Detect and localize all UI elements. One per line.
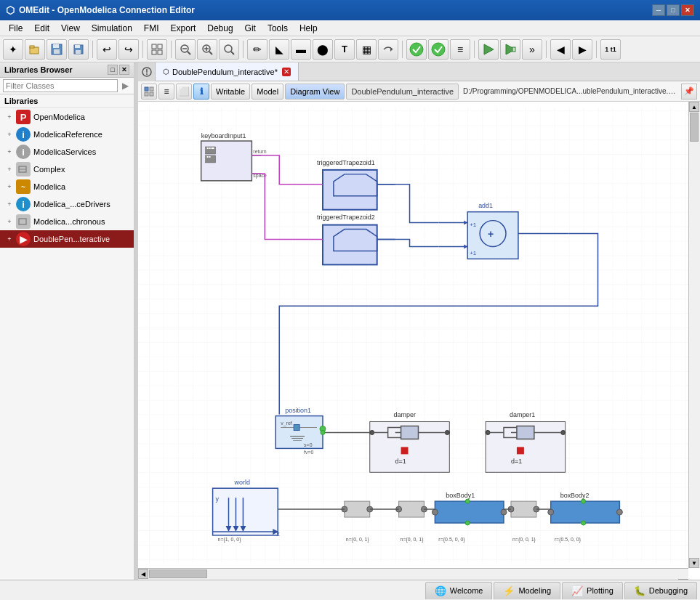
menu-debug[interactable]: Debug xyxy=(201,22,238,35)
svg-text:d=1: d=1 xyxy=(395,458,406,465)
tt-button[interactable]: 1 t1 xyxy=(600,39,621,60)
svg-rect-34 xyxy=(150,87,153,91)
svg-text:+: + xyxy=(488,228,494,240)
svg-rect-42 xyxy=(209,147,211,149)
text-button[interactable]: T xyxy=(334,39,355,60)
svg-rect-29 xyxy=(19,219,26,224)
content-area: ⬡ DoublePendulum_interactive* ✕ ≡ ⬜ ℹ Wr… xyxy=(138,62,700,580)
info-icon-button[interactable]: ℹ xyxy=(193,84,209,100)
expand-icon: + xyxy=(4,129,15,139)
expand-icon-button[interactable]: ⬜ xyxy=(176,84,192,100)
svg-text:add1: add1 xyxy=(478,202,493,209)
grid-button[interactable] xyxy=(147,39,167,60)
minimize-button[interactable]: ─ xyxy=(652,4,665,16)
save-all-button[interactable] xyxy=(68,39,89,60)
list-button[interactable]: ≡ xyxy=(450,39,470,60)
menu-help[interactable]: Help xyxy=(294,22,323,35)
status-tab-plotting[interactable]: 📈 Plotting xyxy=(562,582,623,599)
status-tab-debugging[interactable]: 🐛 Debugging xyxy=(624,582,697,599)
draw-button[interactable]: ✏ xyxy=(247,39,267,60)
menu-edit[interactable]: Edit xyxy=(28,22,55,35)
tree-item-doublependulum[interactable]: + ▶ DoublePen...teractive xyxy=(0,230,134,248)
ellipse-button[interactable]: ⬤ xyxy=(313,39,333,60)
path-pin-button[interactable]: 📌 xyxy=(681,84,697,100)
tab-close-button[interactable]: ✕ xyxy=(282,68,291,76)
more-button[interactable]: » xyxy=(522,39,542,60)
menu-file[interactable]: File xyxy=(3,22,28,35)
vertical-scrollbar[interactable]: ▲ ▼ xyxy=(688,102,700,568)
svg-rect-106 xyxy=(213,488,278,535)
shape-button[interactable]: ◣ xyxy=(269,39,289,60)
svg-point-127 xyxy=(548,509,554,515)
check-model-button[interactable] xyxy=(428,39,448,60)
redo-button[interactable]: ↪ xyxy=(118,39,139,60)
nav-icon-button[interactable] xyxy=(141,84,157,100)
svg-rect-3 xyxy=(53,44,59,48)
sep6 xyxy=(474,41,475,58)
connect-button[interactable] xyxy=(378,39,398,60)
lib-label-modelicaservices: ModelicaServices xyxy=(33,147,96,156)
lib-icon-om: P xyxy=(16,110,31,124)
lib-icon-ref: i xyxy=(16,127,31,142)
svg-text:triggeredTrapezoid1: triggeredTrapezoid1 xyxy=(317,159,375,166)
back-button[interactable]: ◀ xyxy=(550,39,571,60)
libraries-browser-title: Libraries Browser xyxy=(4,65,73,74)
bitmap-button[interactable]: ▦ xyxy=(356,39,377,60)
sep4 xyxy=(243,41,244,58)
tree-item-modelica[interactable]: + ~ Modelica xyxy=(0,178,134,195)
svg-line-18 xyxy=(209,52,212,54)
filter-bar: ▶ xyxy=(0,78,134,94)
app-icon: ⬡ xyxy=(6,4,15,16)
close-button[interactable]: ✕ xyxy=(681,4,694,16)
undo-button[interactable]: ↩ xyxy=(97,39,117,60)
zoom-out-button[interactable] xyxy=(175,39,196,60)
tree-item-modelicareference[interactable]: + i ModelicaReference xyxy=(0,126,134,143)
status-tab-welcome[interactable]: 🌐 Welcome xyxy=(425,582,493,599)
maximize-button[interactable]: □ xyxy=(667,4,680,16)
menu-fmi[interactable]: FMI xyxy=(138,22,165,35)
diagram-svg: keyboardInput1 return xyxy=(138,102,688,568)
expand-icon: + xyxy=(4,164,15,174)
expand-icon: + xyxy=(4,182,15,192)
tree-item-modelicacdrivers[interactable]: + i Modelica_...ceDrivers xyxy=(0,195,134,213)
lib-icon-svc: i xyxy=(16,145,31,159)
svg-text:n={0, 0, 1}: n={0, 0, 1} xyxy=(512,537,536,543)
menu-export[interactable]: Export xyxy=(165,22,202,35)
doc-tab-doublependulum[interactable]: ⬡ DoublePendulum_interactive* ✕ xyxy=(156,62,299,81)
new-button[interactable]: ✦ xyxy=(3,39,23,60)
panel-close-button[interactable]: ✕ xyxy=(119,65,129,75)
tree-item-complex[interactable]: + Complex xyxy=(0,161,134,178)
main-toolbar: ✦ ↩ ↪ ✏ ◣ ▬ ⬤ T ▦ ≡ » ◀ xyxy=(0,36,700,62)
status-tab-modeling[interactable]: ⚡ Modeling xyxy=(494,582,560,599)
fwd-button[interactable]: ▶ xyxy=(572,39,592,60)
menu-view[interactable]: View xyxy=(55,22,86,35)
writable-button[interactable]: Writable xyxy=(211,84,250,100)
sim-setup-button[interactable] xyxy=(500,39,520,60)
menu-tools[interactable]: Tools xyxy=(262,22,294,35)
horizontal-scrollbar[interactable]: ◀ ▶ xyxy=(138,568,688,580)
filter-clear-button[interactable]: ▶ xyxy=(119,80,131,92)
open-button[interactable] xyxy=(25,39,45,60)
list-icon-button[interactable]: ≡ xyxy=(158,84,174,100)
tree-item-openmodelica[interactable]: + P OpenModelica xyxy=(0,108,134,126)
diagram-inner: keyboardInput1 return xyxy=(138,102,688,568)
zoom-in-button[interactable] xyxy=(197,39,217,60)
menu-simulation[interactable]: Simulation xyxy=(86,22,138,35)
component-world[interactable]: world y x xyxy=(213,479,281,543)
zoom-reset-button[interactable] xyxy=(219,39,239,60)
panel-float-button[interactable]: □ xyxy=(108,65,118,75)
diagram-canvas[interactable]: keyboardInput1 return xyxy=(138,102,700,580)
diagram-view-button[interactable]: Diagram View xyxy=(285,84,345,100)
save-button[interactable] xyxy=(47,39,67,60)
tree-item-modelicaservices[interactable]: + i ModelicaServices xyxy=(0,143,134,161)
svg-rect-90 xyxy=(401,426,419,439)
filter-input[interactable] xyxy=(3,79,118,92)
tree-item-modelicachronous[interactable]: + Modelica...chronous xyxy=(0,213,134,230)
check-button[interactable] xyxy=(406,39,427,60)
model-button[interactable]: Model xyxy=(252,84,283,100)
svg-rect-26 xyxy=(512,47,515,52)
simulate-button[interactable] xyxy=(478,39,499,60)
libraries-panel: Libraries Browser □ ✕ ▶ Libraries + P Op… xyxy=(0,62,134,580)
menu-git[interactable]: Git xyxy=(239,22,262,35)
rect-button[interactable]: ▬ xyxy=(291,39,311,60)
